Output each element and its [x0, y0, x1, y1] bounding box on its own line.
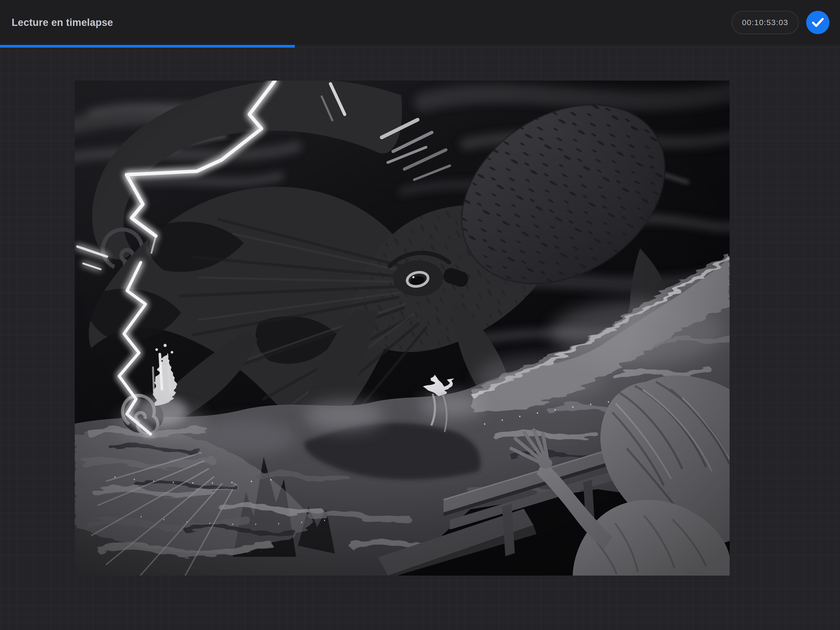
timestamp-value: 00:10:53:03: [742, 18, 788, 27]
timelapse-player-screen: Lecture en timelapse 00:10:53:03: [0, 0, 840, 630]
page-title: Lecture en timelapse: [12, 17, 113, 28]
check-icon: [812, 18, 824, 27]
header-right-group: 00:10:53:03: [731, 11, 829, 34]
header-bar: Lecture en timelapse 00:10:53:03: [0, 0, 840, 45]
timelapse-progress-track[interactable]: [0, 45, 840, 47]
timestamp-badge: 00:10:53:03: [731, 11, 799, 34]
timelapse-artwork-canvas[interactable]: [75, 81, 729, 576]
vignette-overlay: [75, 81, 729, 576]
timelapse-progress-fill: [0, 45, 295, 47]
confirm-button[interactable]: [806, 11, 829, 34]
kraken-painting: [75, 81, 729, 576]
